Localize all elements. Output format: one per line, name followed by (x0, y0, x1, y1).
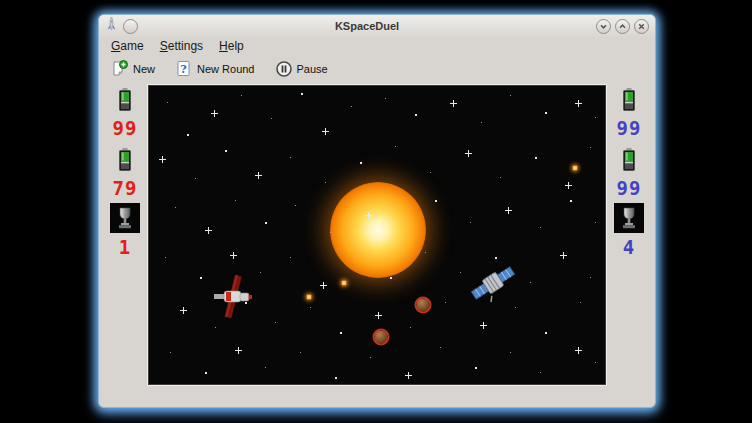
close-button[interactable] (634, 19, 649, 34)
new-game-label: New (133, 63, 155, 75)
star (365, 212, 372, 219)
new-round-button[interactable]: ? New Round (171, 58, 258, 80)
star (159, 156, 166, 163)
mine-sprite (373, 329, 390, 346)
star (400, 227, 401, 228)
star (530, 282, 531, 283)
battery-icon (118, 148, 132, 175)
star (545, 112, 547, 114)
menu-settings[interactable]: Settings (160, 39, 203, 53)
star (295, 205, 296, 206)
star (320, 282, 327, 289)
star (300, 352, 301, 353)
new-round-label: New Round (197, 63, 254, 75)
main-content: 99 79 (99, 82, 655, 385)
window-title: KSpaceDuel (138, 20, 596, 32)
star (565, 182, 572, 189)
chevron-up-icon (618, 22, 627, 31)
player-left-panel: 99 79 (102, 85, 148, 257)
star (265, 222, 267, 224)
bullet-sprite (342, 281, 347, 286)
star (235, 347, 242, 354)
game-area (149, 86, 605, 384)
star (405, 372, 412, 379)
star (540, 227, 541, 228)
kspaceduel-window: KSpaceDuel Game Settings Help (98, 14, 656, 408)
menu-game[interactable]: Game (111, 39, 144, 53)
star (445, 302, 446, 303)
star (322, 128, 329, 135)
star (575, 347, 582, 354)
star (351, 106, 352, 107)
new-game-button[interactable]: New (107, 58, 159, 80)
battery-icon (622, 88, 636, 115)
chevron-down-icon (599, 22, 608, 31)
blue-ship-sprite (468, 262, 518, 308)
trophy-icon (614, 203, 644, 233)
new-game-icon (111, 60, 129, 78)
battery-icon (622, 148, 636, 175)
red-ship-sprite (209, 274, 257, 324)
star (170, 352, 171, 353)
star (481, 122, 482, 123)
star (330, 232, 331, 233)
star (235, 200, 236, 201)
right-wins-value: 4 (623, 237, 635, 257)
pause-button[interactable]: Pause (271, 58, 332, 80)
star (575, 100, 582, 107)
titlebar[interactable]: KSpaceDuel (99, 15, 655, 37)
star (475, 367, 477, 369)
star (415, 114, 417, 116)
star (290, 157, 291, 158)
svg-text:?: ? (180, 62, 186, 75)
star (510, 95, 511, 96)
star (340, 332, 342, 334)
star (260, 272, 261, 273)
star (505, 207, 512, 214)
star (175, 207, 176, 208)
star (395, 146, 396, 147)
star (200, 277, 202, 279)
pause-icon (275, 60, 293, 78)
titlebar-menu-button[interactable] (123, 19, 138, 34)
left-energy-value: 79 (113, 178, 138, 198)
star (275, 322, 276, 323)
bullet-sprite (573, 166, 578, 171)
game-frame (148, 85, 606, 385)
star (570, 200, 572, 202)
star (385, 98, 386, 99)
maximize-button[interactable] (615, 19, 630, 34)
star (425, 252, 426, 253)
star (225, 150, 227, 152)
menu-help[interactable]: Help (219, 39, 244, 53)
battery-icon (118, 88, 132, 115)
star (480, 322, 487, 329)
star (290, 257, 291, 258)
player-right-panel: 99 99 (606, 85, 652, 257)
star (590, 147, 591, 148)
star (187, 134, 189, 136)
star (410, 327, 411, 328)
star (265, 367, 266, 368)
star (460, 272, 461, 273)
new-round-icon: ? (175, 60, 193, 78)
minimize-button[interactable] (596, 19, 611, 34)
rocket-icon (105, 17, 118, 36)
star (301, 93, 303, 95)
star (430, 172, 431, 173)
toolbar: New ? New Round Pause (99, 55, 655, 82)
star (440, 347, 441, 348)
star (180, 307, 187, 314)
star (241, 95, 242, 96)
mine-sprite (415, 297, 432, 314)
star (540, 372, 541, 373)
star (271, 118, 272, 119)
star (195, 178, 196, 179)
left-hitpoints-value: 99 (113, 118, 138, 138)
sun-sprite (330, 182, 426, 278)
star (535, 157, 537, 159)
star (595, 222, 596, 223)
star (590, 277, 591, 278)
star (325, 182, 326, 183)
star (545, 332, 547, 334)
